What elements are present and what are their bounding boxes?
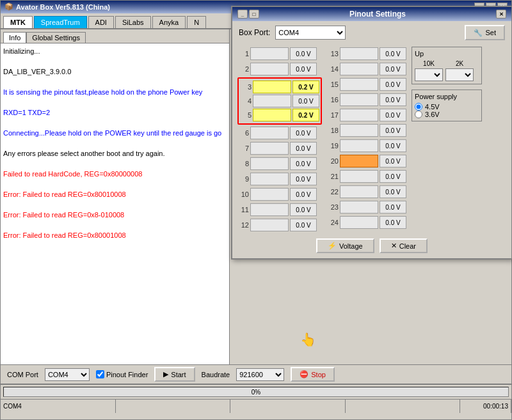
pinout-dialog: _ □ Pinout Settings ✕ Box Port: COM4 🔧 S… — [231, 6, 512, 260]
pin-val-9: 0.0 V — [290, 173, 317, 185]
pin-input-8[interactable] — [250, 157, 289, 170]
pin-input-19[interactable] — [340, 139, 378, 152]
main-window: 📦 Avator Box Ver5.813 (China) _ □ ✕ MTK … — [0, 0, 512, 420]
pin-input-5[interactable] — [253, 109, 291, 121]
radio-row-45v: 4.5V — [415, 103, 479, 111]
clear-button[interactable]: ✕ Clear — [380, 238, 428, 253]
pin-input-2[interactable] — [250, 63, 289, 75]
status-cell-empty1 — [116, 400, 231, 413]
pin-val-11: 0.0 V — [290, 203, 317, 216]
progress-bar-row: 0% — [1, 385, 511, 399]
pin-input-11[interactable] — [250, 203, 289, 216]
radio-45v[interactable] — [415, 103, 422, 111]
box-port-select[interactable]: COM4 — [275, 26, 346, 40]
tab-anyka[interactable]: Anyka — [152, 16, 186, 28]
pin-input-13[interactable] — [340, 47, 378, 60]
pin-input-10[interactable] — [250, 188, 289, 201]
tab-n[interactable]: N — [187, 16, 206, 28]
pin-input-14[interactable] — [340, 63, 378, 75]
pinout-dialog-title: Pinout Settings — [259, 10, 496, 19]
pinout-win-controls: _ □ — [237, 10, 259, 19]
pin-num-4: 4 — [240, 97, 252, 105]
box-port-label: Box Port: — [239, 28, 270, 37]
pin-num-17: 17 — [327, 111, 339, 119]
sub-tab-info[interactable]: Info — [3, 32, 26, 43]
sub-tab-global-settings[interactable]: Global Settings — [26, 32, 86, 43]
pin-val-13: 0.0 V — [380, 47, 406, 60]
clear-icon: ✕ — [391, 242, 397, 250]
pin-input-20[interactable] — [340, 155, 378, 167]
tab-silabs[interactable]: SiLabs — [115, 16, 151, 28]
pinout-close-button[interactable]: ✕ — [496, 10, 506, 19]
start-button[interactable]: ▶ Start — [154, 367, 195, 382]
pin-val-10: 0.0 V — [290, 188, 317, 201]
pin-row-16: 16 0.0 V — [327, 93, 406, 107]
pin-val-19: 0.0 V — [380, 139, 406, 152]
pin-row-2: 2 0.0 V — [237, 62, 322, 76]
pin-num-20: 20 — [327, 157, 339, 165]
pin-input-6[interactable] — [250, 127, 289, 139]
pinout-title-bar: _ □ Pinout Settings ✕ — [232, 7, 511, 21]
pin-input-3[interactable] — [253, 81, 291, 93]
com-port-select[interactable]: COM4 — [45, 368, 90, 381]
pin-val-12: 0.0 V — [290, 219, 317, 231]
pin-input-1[interactable] — [250, 47, 289, 60]
pinout-minimize-button[interactable]: _ — [237, 10, 248, 19]
pin-row-9: 9 0.0 V — [237, 172, 322, 186]
pin-num-24: 24 — [327, 219, 339, 226]
pin-input-16[interactable] — [340, 93, 378, 106]
pinout-finder-label: Pinout Finder — [106, 371, 148, 378]
pin-num-21: 21 — [327, 173, 339, 180]
pin-val-5: 0.2 V — [292, 109, 319, 121]
pin-num-8: 8 — [237, 160, 249, 167]
pin-input-17[interactable] — [340, 109, 378, 121]
pin-num-23: 23 — [327, 203, 339, 211]
pin-num-13: 13 — [327, 50, 339, 58]
status-cell-empty3 — [346, 400, 461, 413]
pin-row-15: 15 0.0 V — [327, 77, 406, 91]
voltage-icon: ⚡ — [328, 242, 337, 250]
pin-val-4: 0.0 V — [292, 95, 319, 107]
set-icon: 🔧 — [474, 29, 483, 37]
pin-input-15[interactable] — [340, 78, 378, 91]
pin-input-4[interactable] — [253, 95, 291, 107]
pinout-maximize-button[interactable]: □ — [249, 10, 259, 19]
pin-input-12[interactable] — [250, 219, 289, 231]
pin-input-9[interactable] — [250, 173, 289, 185]
up-2k-select[interactable] — [445, 68, 474, 81]
up-10k-select[interactable] — [415, 68, 443, 81]
baudrate-label: Baudrate — [202, 371, 230, 378]
pin-input-18[interactable] — [340, 124, 378, 137]
pin-input-22[interactable] — [340, 185, 378, 198]
pin-val-22: 0.0 V — [380, 185, 406, 198]
pin-val-18: 0.0 V — [380, 124, 406, 137]
pin-num-3: 3 — [240, 83, 252, 91]
tab-mtk[interactable]: MTK — [3, 16, 33, 28]
pin-input-7[interactable] — [250, 142, 289, 155]
set-button[interactable]: 🔧 Set — [465, 25, 505, 40]
pin-val-20: 0.0 V — [380, 155, 406, 167]
pin-input-21[interactable] — [340, 170, 378, 183]
voltage-button[interactable]: ⚡ Voltage — [316, 238, 374, 253]
pin-val-17: 0.0 V — [380, 109, 406, 121]
power-group-title: Power supply — [415, 93, 479, 100]
stop-icon: ⛔ — [300, 370, 308, 378]
pin-input-24[interactable] — [340, 216, 378, 229]
tab-adi[interactable]: ADI — [88, 16, 114, 28]
pinout-finder-checkbox[interactable] — [96, 370, 104, 378]
pin-val-21: 0.0 V — [380, 170, 406, 183]
pin-val-8: 0.0 V — [290, 157, 317, 170]
pin-row-6: 6 0.0 V — [237, 126, 322, 140]
tab-spreadtrum[interactable]: SpreadTrum — [34, 16, 87, 28]
up-10k-col: 10K — [415, 60, 443, 81]
pinout-header: Box Port: COM4 🔧 Set — [232, 21, 511, 44]
pin-num-14: 14 — [327, 65, 339, 73]
baudrate-select[interactable]: 921600 — [236, 368, 284, 381]
pin-input-23[interactable] — [340, 201, 378, 214]
radio-36v[interactable] — [415, 111, 422, 118]
up-2k-label: 2K — [456, 60, 463, 67]
radio-row-36v: 3.6V — [415, 111, 479, 118]
progress-track: 0% — [3, 387, 509, 397]
stop-button[interactable]: ⛔ Stop — [291, 367, 335, 382]
log-line: Any errors please select another boot an… — [3, 148, 227, 159]
